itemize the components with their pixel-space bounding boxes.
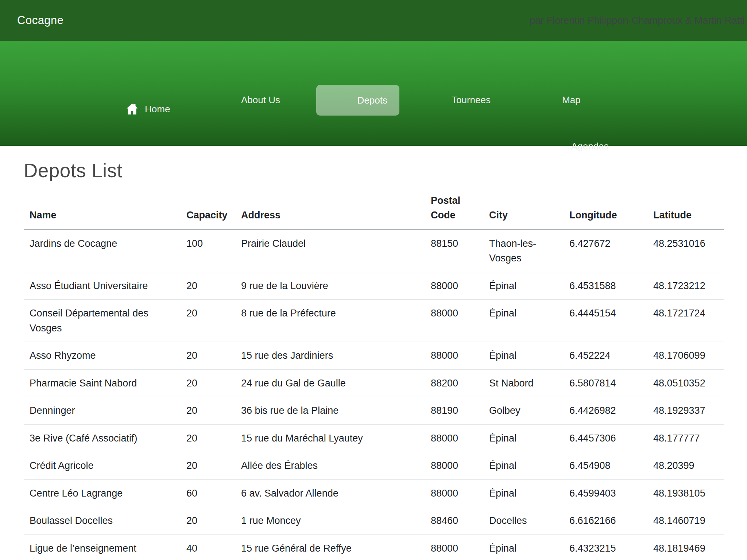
byline: par Florentin Philippon-Champroux & Mart… — [530, 15, 745, 26]
cell-longitude: 6.5807814 — [564, 369, 647, 397]
cell-latitude: 48.1723212 — [647, 272, 724, 300]
cell-latitude: 48.0510352 — [647, 369, 724, 397]
cell-name: Asso Étudiant Universitaire — [24, 272, 181, 300]
cell-capacity: 60 — [181, 479, 235, 507]
depots-table: Name Capacity Address Postal Code City L… — [24, 187, 724, 560]
cell-longitude: 6.4599403 — [564, 479, 647, 507]
cell-name: Jardins de Cocagne — [24, 230, 181, 272]
cell-latitude: 48.1460719 — [647, 507, 724, 535]
cell-latitude: 48.1706099 — [647, 342, 724, 370]
nav-item-agendas[interactable]: Agendas — [571, 141, 609, 152]
cell-longitude: 6.4426982 — [564, 397, 647, 425]
cell-city: Épinal — [483, 479, 564, 507]
cell-address: 15 rue des Jardiniers — [235, 342, 425, 370]
cell-city: St Nabord — [483, 369, 564, 397]
table-row: Denninger2036 bis rue de la Plaine88190G… — [24, 397, 724, 425]
table-header-row: Name Capacity Address Postal Code City L… — [24, 187, 724, 230]
cell-capacity: 20 — [181, 369, 235, 397]
nav-item-map[interactable]: Map — [562, 94, 581, 106]
cell-address: 15 rue Général de Reffye — [235, 534, 425, 560]
nav-item-label: Home — [145, 104, 170, 115]
cell-city: Épinal — [483, 452, 564, 480]
cell-postal-code: 88000 — [425, 300, 483, 342]
cell-address: Prairie Claudel — [235, 230, 425, 272]
col-header-city: City — [483, 187, 564, 230]
cell-longitude: 6.452224 — [564, 342, 647, 370]
cell-postal-code: 88150 — [425, 230, 483, 272]
cell-postal-code: 88000 — [425, 534, 483, 560]
cell-address: 1 rue Moncey — [235, 507, 425, 535]
table-row: Conseil Départemental des Vosges208 rue … — [24, 300, 724, 342]
cell-address: Allée des Érables — [235, 452, 425, 480]
cell-city: Thaon-les-Vosges — [483, 230, 564, 272]
cell-capacity: 20 — [181, 272, 235, 300]
cell-city: Épinal — [483, 424, 564, 452]
cell-city: Épinal — [483, 272, 564, 300]
cell-postal-code: 88000 — [425, 424, 483, 452]
col-header-capacity: Capacity — [181, 187, 235, 230]
table-row: Crédit Agricole20Allée des Érables88000É… — [24, 452, 724, 480]
cell-name: Asso Rhyzome — [24, 342, 181, 370]
cell-latitude: 48.2531016 — [647, 230, 724, 272]
col-header-address: Address — [235, 187, 425, 230]
cell-latitude: 48.177777 — [647, 424, 724, 452]
cell-postal-code: 88460 — [425, 507, 483, 535]
cell-longitude: 6.454908 — [564, 452, 647, 480]
cell-postal-code: 88190 — [425, 397, 483, 425]
table-row: Pharmacie Saint Nabord2024 rue du Gal de… — [24, 369, 724, 397]
cell-name: Pharmacie Saint Nabord — [24, 369, 181, 397]
brand: Cocagne — [17, 14, 64, 27]
cell-capacity: 20 — [181, 507, 235, 535]
cell-name: Ligue de l’enseignement — [24, 534, 181, 560]
table-row: Asso Étudiant Universitaire209 rue de la… — [24, 272, 724, 300]
cell-city: Épinal — [483, 342, 564, 370]
table-row: 3e Rive (Café Associatif)2015 rue du Mar… — [24, 424, 724, 452]
cell-city: Golbey — [483, 397, 564, 425]
cell-name: 3e Rive (Café Associatif) — [24, 424, 181, 452]
cell-city: Docelles — [483, 507, 564, 535]
cell-name: Conseil Départemental des Vosges — [24, 300, 181, 342]
cell-longitude: 6.4531588 — [564, 272, 647, 300]
cell-address: 36 bis rue de la Plaine — [235, 397, 425, 425]
nav-item-home[interactable]: Home — [125, 102, 170, 116]
cell-postal-code: 88000 — [425, 452, 483, 480]
cell-postal-code: 88000 — [425, 342, 483, 370]
cell-name: Boulassel Docelles — [24, 507, 181, 535]
cell-capacity: 20 — [181, 342, 235, 370]
col-header-postal-code: Postal Code — [425, 187, 483, 230]
table-row: Centre Léo Lagrange606 av. Salvador Alle… — [24, 479, 724, 507]
cell-address: 15 rue du Maréchal Lyautey — [235, 424, 425, 452]
table-row: Jardins de Cocagne100Prairie Claudel8815… — [24, 230, 724, 272]
cell-longitude: 6.4457306 — [564, 424, 647, 452]
cell-latitude: 48.1929337 — [647, 397, 724, 425]
cell-city: Épinal — [483, 300, 564, 342]
cell-capacity: 100 — [181, 230, 235, 272]
cell-latitude: 48.1938105 — [647, 479, 724, 507]
col-header-name: Name — [24, 187, 181, 230]
cell-postal-code: 88200 — [425, 369, 483, 397]
cell-address: 9 rue de la Louvière — [235, 272, 425, 300]
cell-longitude: 6.4323215 — [564, 534, 647, 560]
nav-item-depots[interactable]: Depots — [316, 85, 399, 116]
cell-latitude: 48.1819469 — [647, 534, 724, 560]
cell-address: 24 rue du Gal de Gaulle — [235, 369, 425, 397]
page-title: Depots List — [24, 146, 724, 182]
depots-table-body: Jardins de Cocagne100Prairie Claudel8815… — [24, 230, 724, 560]
topbar: Cocagne par Florentin Philippon-Champrou… — [0, 0, 747, 41]
cell-capacity: 40 — [181, 534, 235, 560]
col-header-latitude: Latitude — [647, 187, 724, 230]
nav-item-about-us[interactable]: About Us — [241, 94, 280, 106]
cell-longitude: 6.427672 — [564, 230, 647, 272]
cell-name: Denninger — [24, 397, 181, 425]
cell-capacity: 20 — [181, 452, 235, 480]
cell-latitude: 48.1721724 — [647, 300, 724, 342]
table-row: Ligue de l’enseignement4015 rue Général … — [24, 534, 724, 560]
cell-capacity: 20 — [181, 397, 235, 425]
cell-address: 6 av. Salvador Allende — [235, 479, 425, 507]
cell-latitude: 48.20399 — [647, 452, 724, 480]
nav-item-tournees[interactable]: Tournees — [452, 94, 491, 106]
cell-postal-code: 88000 — [425, 479, 483, 507]
table-row: Asso Rhyzome2015 rue des Jardiniers88000… — [24, 342, 724, 370]
main-content: Depots List Name Capacity Address Postal… — [0, 146, 747, 560]
cell-postal-code: 88000 — [425, 272, 483, 300]
